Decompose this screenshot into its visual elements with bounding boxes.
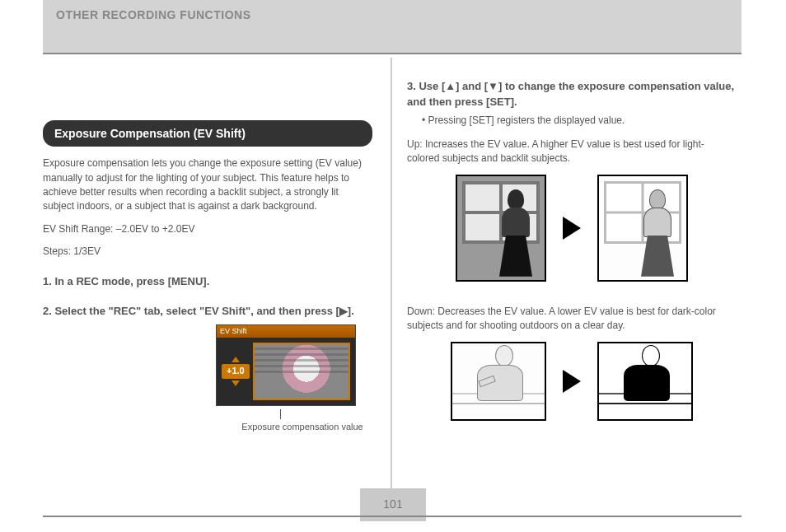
step-3: 3. Use [▲] and [▼] to change the exposur… [407,79,737,110]
header-section-title: OTHER RECORDING FUNCTIONS [56,8,251,21]
section-heading-bar: Exposure Compensation (EV Shift) [43,120,372,147]
ev-minus-figures [407,342,737,421]
lcd-caption: Exposure compensation value [232,421,372,434]
fig-backlit-before [456,175,546,282]
ev-plus-figures [407,175,737,282]
page-header: OTHER RECORDING FUNCTIONS [43,0,742,53]
ev-plus-description: Up: Increases the EV value. A higher EV … [407,138,737,166]
step-2: 2. Select the "REC" tab, select "EV Shif… [43,304,372,320]
step-1: 1. In a REC mode, press [MENU]. [43,274,372,290]
fig-white-before [451,342,546,421]
right-column: 3. Use [▲] and [▼] to change the exposur… [407,64,737,444]
chevron-down-icon [232,380,240,386]
ev-steps-line: Steps: 1/3EV [43,245,372,259]
footer-rule [43,516,742,517]
intro-paragraph: Exposure compensation lets you change th… [43,156,372,214]
ev-range-line: EV Shift Range: –2.0EV to +2.0EV [43,222,372,236]
section-heading-text: Exposure Compensation (EV Shift) [54,127,246,140]
page-number: 101 [0,496,786,512]
lcd-value-column: +1.0 [222,357,250,386]
arrow-right-icon [563,370,581,393]
lcd-preview-image [253,343,350,400]
ev-minus-description: Down: Decreases the EV value. A lower EV… [407,305,737,334]
lcd-ev-value: +1.0 [222,364,250,379]
left-column: Exposure Compensation (EV Shift) Exposur… [43,64,372,434]
fig-white-after [597,342,693,421]
column-divider [391,58,392,489]
lcd-body: +1.0 [217,338,355,405]
chevron-up-icon [232,357,240,362]
fig-backlit-after [597,175,688,282]
step-3-note: • Pressing [SET] registers the displayed… [422,114,737,128]
lcd-title: EV Shift [217,325,355,338]
header-underline [43,53,742,54]
lcd-screenshot: EV Shift +1.0 [216,324,356,406]
arrow-right-icon [563,217,581,240]
